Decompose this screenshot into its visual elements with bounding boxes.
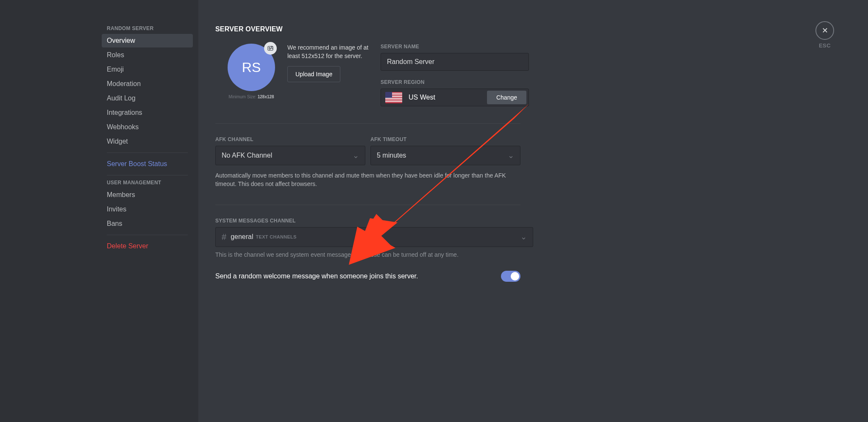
sidebar-item-bans[interactable]: Bans [102, 217, 193, 230]
close-icon: ✕ [822, 27, 828, 34]
sidebar-item-widget[interactable]: Widget [102, 135, 193, 148]
sidebar-item-members[interactable]: Members [102, 188, 193, 202]
afk-channel-value: No AFK Channel [222, 152, 353, 159]
sidebar-separator [107, 153, 188, 153]
server-name-label: SERVER NAME [381, 44, 529, 50]
sidebar-item-roles[interactable]: Roles [102, 48, 193, 62]
sidebar-item-overview[interactable]: Overview [102, 34, 193, 47]
image-recommendation: We recommend an image of at least 512x51… [287, 44, 372, 60]
system-messages-channel-select[interactable]: # general TEXT CHANNELS ⌄ [215, 227, 533, 247]
afk-channel-select[interactable]: No AFK Channel ⌄ [215, 146, 365, 165]
welcome-message-toggle-label: Send a random welcome message when someo… [215, 272, 492, 280]
sidebar-item-server-boost[interactable]: Server Boost Status [102, 157, 193, 171]
upload-image-button[interactable]: Upload Image [287, 66, 340, 82]
sidebar-separator [107, 235, 188, 235]
sidebar-server-heading: RANDOM SERVER [102, 25, 193, 34]
chevron-down-icon: ⌄ [520, 232, 527, 242]
page-title: SERVER OVERVIEW [215, 25, 851, 33]
sidebar-user-mgmt-heading: USER MANAGEMENT [102, 180, 193, 188]
afk-help-text: Automatically move members to this chann… [215, 171, 520, 189]
welcome-message-toggle[interactable] [501, 271, 520, 282]
hash-icon: # [222, 232, 226, 242]
sidebar-item-delete-server[interactable]: Delete Server [102, 239, 193, 253]
change-region-button[interactable]: Change [487, 91, 526, 104]
toggle-knob [511, 272, 519, 280]
system-messages-help-text: This is the channel we send system event… [215, 251, 520, 258]
server-name-input[interactable] [381, 53, 529, 71]
sidebar-item-moderation[interactable]: Moderation [102, 77, 193, 91]
us-flag-icon [385, 92, 402, 103]
afk-channel-label: AFK CHANNEL [215, 136, 365, 142]
server-region-label: SERVER REGION [381, 79, 529, 85]
chevron-down-icon: ⌄ [353, 151, 359, 160]
afk-timeout-select[interactable]: 5 minutes ⌄ [370, 146, 520, 165]
close-button[interactable]: ✕ [815, 21, 834, 40]
content-pane: SERVER OVERVIEW RS Minimum Size: 128x128… [198, 0, 868, 422]
sidebar-item-webhooks[interactable]: Webhooks [102, 120, 193, 134]
system-channel-category: TEXT CHANNELS [256, 234, 297, 239]
sidebar-item-emoji[interactable]: Emoji [102, 63, 193, 76]
afk-timeout-label: AFK TIMEOUT [370, 136, 520, 142]
system-messages-channel-label: SYSTEM MESSAGES CHANNEL [215, 218, 851, 224]
server-region-value: US West [409, 94, 487, 101]
sidebar-item-invites[interactable]: Invites [102, 203, 193, 216]
esc-label: ESC [815, 42, 834, 49]
svg-point-1 [269, 47, 270, 49]
system-channel-name: general [231, 233, 253, 241]
sidebar-item-integrations[interactable]: Integrations [102, 106, 193, 119]
minimum-size-hint: Minimum Size: 128x128 [215, 94, 287, 99]
content-separator [215, 205, 520, 205]
sidebar-separator [107, 175, 188, 175]
chevron-down-icon: ⌄ [508, 151, 514, 160]
settings-sidebar: RANDOM SERVER Overview Roles Emoji Moder… [0, 0, 198, 422]
afk-timeout-value: 5 minutes [377, 152, 508, 159]
upload-image-icon[interactable] [264, 42, 277, 55]
sidebar-item-audit-log[interactable]: Audit Log [102, 92, 193, 105]
content-separator [215, 123, 520, 124]
server-icon-initials: RS [242, 60, 261, 75]
server-region-row: US West Change [381, 89, 529, 106]
